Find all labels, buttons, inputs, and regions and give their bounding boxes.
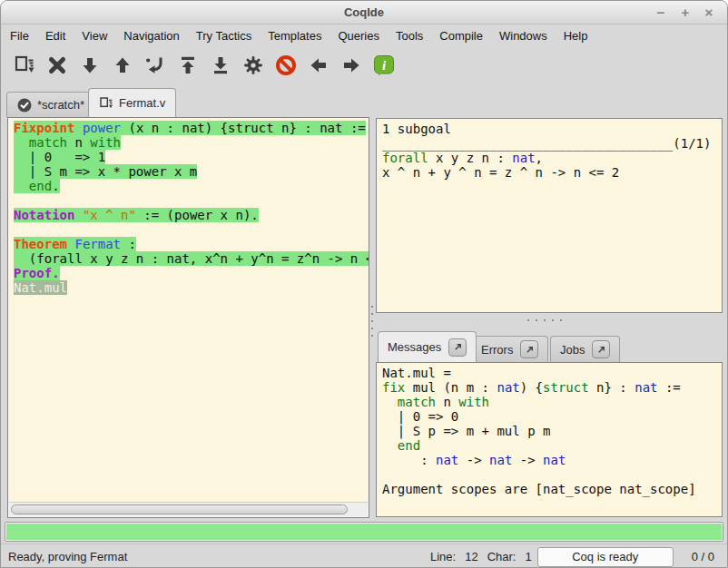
tab-fermat-v[interactable]: Fermat.v <box>88 88 176 117</box>
menu-item-tools[interactable]: Tools <box>388 27 431 44</box>
titlebar[interactable]: CoqIde − + × <box>1 1 727 24</box>
code-line: | 0 => 0 <box>382 409 722 424</box>
interrupt-button[interactable] <box>270 51 302 80</box>
code-line: Theorem Fermat : <box>14 237 369 251</box>
arrow-down-to-bar-icon <box>210 54 231 76</box>
about-button[interactable]: i <box>368 51 400 80</box>
menu-item-help[interactable]: Help <box>556 27 596 44</box>
coqide-window: CoqIde − + × FileEditViewNavigationTry T… <box>0 0 728 568</box>
goals-text: 1 subgoal_______________________________… <box>377 119 722 180</box>
goals-panel[interactable]: 1 subgoal_______________________________… <box>376 118 723 313</box>
tab-label: Fermat.v <box>119 96 165 110</box>
horizontal-splitter[interactable] <box>527 318 567 322</box>
code-line <box>14 193 369 208</box>
menu-item-file[interactable]: File <box>2 27 37 44</box>
tab-label: *scratch* <box>37 98 84 112</box>
code-line: match n with <box>14 135 369 150</box>
code-line: (forall x y z n : nat, x^n + y^n = z^n -… <box>14 251 369 266</box>
code-line: fix mul (n m : nat) {struct n} : nat := <box>382 380 722 395</box>
go-to-cursor-button[interactable] <box>139 51 172 80</box>
tab-label: Errors <box>481 343 513 357</box>
save-icon <box>99 96 113 111</box>
detach-button[interactable] <box>520 340 538 358</box>
close-button[interactable]: × <box>699 4 719 22</box>
forward-one-command-button[interactable] <box>74 51 106 80</box>
document-tab-bar: *scratch* Fermat.v <box>1 84 727 117</box>
status-bar: Ready, proving Fermat Line: 12 Char: 1 C… <box>1 544 727 568</box>
code-line: | S m => x * power x m <box>14 164 369 179</box>
messages-text: Nat.mul =fix mul (n m : nat) {struct n} … <box>377 363 722 496</box>
tab-label: Jobs <box>560 343 585 357</box>
menu-item-try-tactics[interactable]: Try Tactics <box>188 27 260 44</box>
menu-item-windows[interactable]: Windows <box>491 27 556 44</box>
arrow-left-icon <box>308 54 330 76</box>
code-line: end. <box>14 179 369 193</box>
tab-jobs[interactable]: Jobs <box>550 336 620 362</box>
detach-arrow-icon <box>596 345 606 355</box>
code-line: Proof. <box>14 266 369 280</box>
window-title: CoqIde <box>1 5 727 19</box>
close-button[interactable] <box>41 51 74 80</box>
tab-errors[interactable]: Errors <box>471 336 548 362</box>
next-button[interactable] <box>335 51 368 80</box>
fully-check-button[interactable] <box>237 51 270 80</box>
maximize-button[interactable]: + <box>675 4 695 22</box>
worker-counter: 0 / 0 <box>692 550 714 563</box>
prohibition-icon <box>275 54 297 76</box>
code-line: : nat -> nat -> nat <box>382 453 722 467</box>
go-to-end-button[interactable] <box>204 51 237 80</box>
messages-panel[interactable]: Nat.mul =fix mul (n m : nat) {struct n} … <box>376 362 723 517</box>
arrow-down-icon <box>79 54 101 76</box>
line-value: 12 <box>465 550 477 563</box>
tab-scratch[interactable]: *scratch* <box>6 92 95 117</box>
menu-item-compile[interactable]: Compile <box>431 27 491 44</box>
code-line: x ^ n + y ^ n = z ^ n -> n <= 2 <box>382 165 722 180</box>
code-line <box>382 467 722 482</box>
code-line: Fixpoint power (x n : nat) {struct n} : … <box>14 121 369 135</box>
code-line <box>14 222 369 237</box>
code-line: 1 subgoal <box>382 122 722 136</box>
char-label: Char: <box>487 550 516 563</box>
menu-item-edit[interactable]: Edit <box>37 27 74 44</box>
code-line: Argument scopes are [nat_scope nat_scope… <box>382 482 722 496</box>
menu-bar: FileEditViewNavigationTry TacticsTemplat… <box>1 25 727 46</box>
horizontal-scrollbar[interactable] <box>9 502 368 516</box>
line-label: Line: <box>430 550 456 563</box>
detach-button[interactable] <box>448 338 467 357</box>
arrow-right-icon <box>340 54 362 76</box>
check-circle-icon <box>17 98 32 113</box>
save-button[interactable] <box>8 51 41 80</box>
save-icon <box>14 54 35 76</box>
code-line: end <box>382 438 722 453</box>
info-bubble-icon: i <box>373 54 395 76</box>
progress-bar <box>5 522 723 542</box>
scrollbar-thumb[interactable] <box>11 504 348 514</box>
script-editor[interactable]: Fixpoint power (x n : nat) {struct n} : … <box>7 117 369 518</box>
code-line: Nat.mul = <box>382 366 722 380</box>
tab-label: Messages <box>388 340 441 354</box>
minimize-button[interactable]: − <box>651 4 671 22</box>
menu-item-view[interactable]: View <box>74 27 115 44</box>
code-line: Notation "x ^ n" := (power x n). <box>14 208 369 222</box>
detach-arrow-icon <box>525 345 535 355</box>
menu-item-queries[interactable]: Queries <box>330 27 388 44</box>
backward-one-command-button[interactable] <box>106 51 139 80</box>
goto-cursor-icon <box>144 54 166 76</box>
arrow-up-to-bar-icon <box>177 54 199 76</box>
menu-item-navigation[interactable]: Navigation <box>115 27 187 44</box>
script-code: Fixpoint power (x n : nat) {struct n} : … <box>8 118 369 295</box>
char-value: 1 <box>525 550 531 563</box>
status-message: Ready, proving Fermat <box>8 550 127 563</box>
code-line: match n with <box>382 395 722 409</box>
code-line: | 0 => 1 <box>14 150 369 164</box>
toolbar: i <box>1 48 727 83</box>
code-line: forall x y z n : nat, <box>382 151 722 165</box>
detach-button[interactable] <box>592 340 610 358</box>
menu-item-templates[interactable]: Templates <box>260 27 330 44</box>
progress-fill <box>6 524 722 540</box>
tab-messages[interactable]: Messages <box>378 331 477 362</box>
coq-status-badge: Coq is ready <box>537 547 674 567</box>
restart-button[interactable] <box>172 51 204 80</box>
previous-button[interactable] <box>302 51 335 80</box>
vertical-splitter[interactable] <box>370 306 374 340</box>
